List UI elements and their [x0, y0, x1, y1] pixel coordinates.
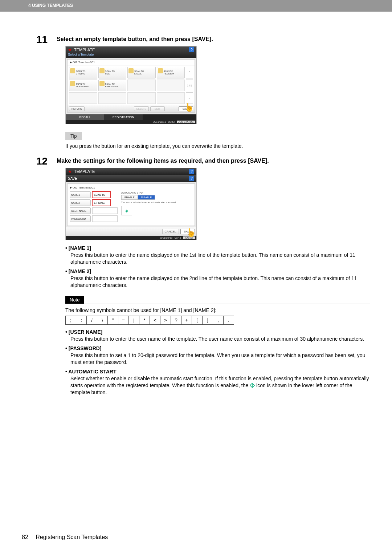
username-button[interactable]: USER NAME	[70, 207, 91, 214]
disable-button[interactable]: DISABLE	[138, 195, 155, 200]
item-name1: [NAME 1] Press this button to enter the …	[65, 245, 370, 266]
step-title: Make the settings for the following item…	[57, 157, 370, 164]
status-time: 08:43	[168, 121, 175, 123]
panel-title: TEMPLATE	[74, 169, 95, 174]
form-right: AUTOMATIC START ENABLE DISABLE This icon…	[121, 191, 192, 223]
name1-value: SCAN TO	[92, 191, 110, 198]
folder-icon	[99, 68, 105, 73]
tip-text: If you press the button for an existing …	[65, 143, 370, 149]
panel-subheader: SAVE ?	[66, 175, 196, 182]
tab-registration[interactable]: REGISTRATION	[104, 114, 143, 120]
status-date: 2011/08/18	[153, 121, 166, 123]
top-rule	[22, 30, 370, 30]
autostart-heading: AUTOMATIC START	[121, 191, 192, 194]
symbol-cell: ;	[66, 316, 76, 325]
cancel-button[interactable]: CANCEL	[162, 229, 179, 234]
panel-title: TEMPLATE	[74, 48, 95, 52]
note-text: The following symbols cannot be used for…	[65, 307, 370, 314]
form-left: NAME1 SCAN TO NAME2 E-FILING USER NAME	[70, 191, 118, 223]
autostart-inline-icon	[250, 383, 255, 388]
screenshot-2: ★ TEMPLATE ? SAVE ? ▶ 002 Template001 NA…	[65, 168, 370, 240]
symbol-cell: >	[160, 316, 171, 325]
status-bar: 2011/08/18 08:43 JOB ST	[66, 236, 196, 240]
empty-template[interactable]	[98, 92, 127, 104]
page-content: 11 Select an empty template button, and …	[0, 12, 392, 396]
symbol-cell: "	[108, 316, 118, 325]
icon-preview: ◈	[121, 206, 132, 215]
template-button[interactable]: SCAN TOFILE	[98, 67, 127, 78]
symbol-cell: .	[224, 316, 234, 325]
help-icon[interactable]: ?	[189, 176, 194, 181]
step-number: 11	[36, 34, 48, 45]
name1-button[interactable]: NAME1	[70, 191, 91, 198]
item-username: [USER NAME] Press this button to enter t…	[65, 329, 370, 343]
empty-template[interactable]	[157, 80, 185, 91]
help-icon[interactable]: ?	[189, 47, 194, 52]
symbol-table: ;:/\"=|*<>?+[],.	[65, 316, 234, 325]
folder-icon	[70, 81, 75, 86]
device-panel: ★ TEMPLATE ? Select a Template ▶ 002 Tem…	[65, 46, 197, 124]
name2-button[interactable]: NAME2	[70, 199, 91, 206]
step-number: 12	[36, 155, 48, 167]
step-title: Select an empty template button, and the…	[57, 35, 370, 42]
name2-value: E-FILING	[92, 199, 110, 206]
template-button[interactable]: SCAN TOFILE&BOX	[157, 67, 185, 78]
password-button[interactable]: PASSWORD	[70, 215, 91, 222]
screenshot-1: ★ TEMPLATE ? Select a Template ▶ 002 Tem…	[65, 46, 370, 124]
breadcrumb: ▶ 002 Template001	[70, 186, 192, 191]
save-button[interactable]: SAVE ☝	[179, 106, 193, 111]
empty-template[interactable]	[69, 92, 97, 104]
enable-button[interactable]: ENABLE	[121, 195, 138, 200]
chapter-label: 4 USING TEMPLATES	[28, 3, 73, 8]
symbol-cell: *	[139, 316, 150, 325]
symbol-cell: <	[150, 316, 160, 325]
username-value	[92, 207, 118, 214]
autostart-desc: Select whether to enable or disable the …	[70, 375, 370, 396]
folder-icon	[70, 68, 75, 73]
status-time: 08:43	[175, 236, 181, 239]
symbol-cell: ?	[171, 316, 181, 325]
step-12: 12 Make the settings for the following i…	[22, 157, 370, 396]
template-button[interactable]: SCAN TOE-FILING	[69, 67, 97, 78]
panel-header: ★ TEMPLATE ? Select a Template	[66, 46, 196, 58]
return-button[interactable]: RETURN	[69, 106, 85, 111]
symbol-cell: ]	[203, 316, 213, 325]
template-button[interactable]: SCAN TOE-MAIL&BOX	[98, 80, 127, 91]
pointer-hand-icon: ☝	[186, 228, 196, 238]
job-status-button[interactable]: JOB STATUS	[177, 121, 195, 123]
scroll-down-button[interactable]: ⌄	[186, 92, 193, 104]
item-autostart: AUTOMATIC START Select whether to enable…	[65, 369, 370, 396]
empty-template-highlighted[interactable]	[127, 80, 156, 91]
symbol-cell: |	[129, 316, 139, 325]
template-button[interactable]: SCAN TOFILE&E-MAIL	[69, 80, 97, 91]
autostart-toggle: ENABLE DISABLE	[121, 195, 192, 200]
empty-template[interactable]	[127, 92, 156, 104]
empty-template[interactable]	[157, 92, 185, 104]
status-date: 2011/08/18	[160, 236, 172, 239]
delete-button[interactable]: DELETE	[134, 106, 149, 111]
device-panel-save: ★ TEMPLATE ? SAVE ? ▶ 002 Template001 NA…	[65, 168, 197, 240]
save-button[interactable]: SAVE ☝	[180, 229, 195, 234]
description-list: [NAME 1] Press this button to enter the …	[65, 245, 370, 396]
tip-box: Tip If you press the button for an exist…	[65, 132, 370, 149]
tip-label: Tip	[65, 132, 82, 140]
template-button[interactable]: SCAN TOE-MAIL	[127, 67, 156, 78]
symbol-cell: \	[97, 316, 108, 325]
panel-footer: RETURN DELETE EDIT SAVE ☝	[68, 105, 195, 112]
page-number: 82	[22, 534, 28, 540]
tip-rule	[65, 140, 370, 140]
help-icon[interactable]: ?	[189, 169, 194, 174]
panel-footer: CANCEL SAVE ☝	[66, 227, 196, 236]
breadcrumb: ▶ 002 Template001	[68, 60, 195, 65]
folder-icon	[99, 81, 105, 86]
autostart-hint: This icon is indicated when an automatic…	[121, 201, 192, 204]
symbol-cell: ,	[213, 316, 224, 325]
page-header: 4 USING TEMPLATES	[0, 0, 392, 12]
tab-recall[interactable]: RECALL	[66, 114, 104, 120]
item-password: [PASSWORD] Press this button to set a 1 …	[65, 345, 370, 366]
folder-icon	[128, 68, 134, 73]
page-indicator: 1 / 5	[186, 80, 193, 91]
edit-button[interactable]: EDIT	[150, 106, 165, 111]
scroll-up-button[interactable]: ⌃	[186, 67, 193, 78]
item-name2: [NAME 2] Press this button to enter the …	[65, 268, 370, 289]
